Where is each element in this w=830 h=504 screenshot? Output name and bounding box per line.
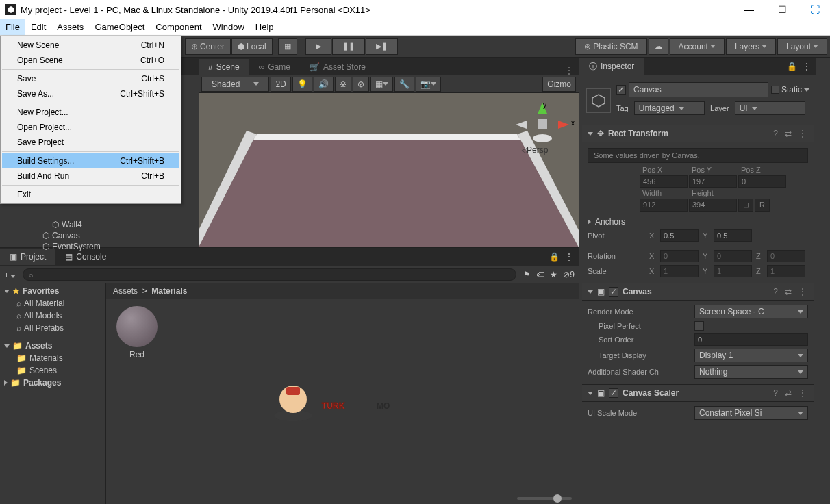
rot-z-input[interactable]: 0 — [767, 250, 805, 262]
pause-button[interactable]: ❚❚ — [332, 38, 365, 55]
component-canvas[interactable]: ▣ ✓ Canvas ? ⇄ ⋮ — [582, 284, 814, 301]
play-button[interactable]: ▶ — [305, 38, 331, 55]
render-mode-dropdown[interactable]: Screen Space - C — [694, 305, 808, 318]
cloud-button[interactable]: ☁ — [649, 38, 668, 55]
hierarchy-item[interactable]: ⬡EventSystem — [38, 241, 105, 252]
posx-input[interactable]: 456 — [640, 175, 688, 188]
step-button[interactable]: ▶❚ — [366, 38, 398, 55]
minimize-button[interactable]: — — [740, 3, 759, 16]
gameobject-icon[interactable] — [586, 88, 611, 113]
scale-y-input[interactable]: 1 — [714, 265, 752, 277]
handle-button[interactable]: ⬢Local — [231, 38, 273, 55]
grid-toggle[interactable]: ▦ — [370, 77, 393, 92]
breadcrumb-item[interactable]: Assets — [113, 286, 138, 296]
preset-icon[interactable]: ⇄ — [783, 287, 793, 297]
audio-toggle[interactable]: 🔊 — [314, 77, 334, 92]
scale-x-input[interactable]: 1 — [660, 265, 699, 277]
hierarchy-item[interactable]: ⬡Wall4 — [48, 219, 105, 230]
grid-button[interactable]: ▦ — [278, 38, 297, 55]
tree-fav-item[interactable]: ⌕All Material — [0, 297, 105, 310]
menu-file[interactable]: File — [0, 19, 25, 35]
tab-menu-icon[interactable]: ⋮ — [803, 62, 811, 71]
rot-y-input[interactable]: 0 — [714, 250, 752, 262]
layout-dropdown[interactable]: Layout — [777, 38, 827, 55]
menu-save[interactable]: SaveCtrl+S — [2, 71, 179, 86]
add-button[interactable]: + — [4, 268, 16, 281]
layers-dropdown[interactable]: Layers — [726, 38, 776, 55]
tab-scene[interactable]: #Scene — [199, 59, 249, 75]
menu-icon[interactable]: ⋮ — [797, 287, 808, 297]
rot-x-input[interactable]: 0 — [660, 250, 699, 262]
menu-gameobject[interactable]: GameObject — [89, 19, 150, 35]
tab-menu-icon[interactable]: ⋮ — [565, 252, 573, 262]
menu-assets[interactable]: Assets — [51, 19, 89, 35]
menu-edit[interactable]: Edit — [25, 19, 51, 35]
breadcrumb-item[interactable]: Materials — [151, 286, 187, 296]
gizmos-dropdown[interactable]: Gizmo — [542, 77, 576, 92]
anchors-label[interactable]: Anchors — [595, 217, 625, 227]
layer-dropdown[interactable]: UI — [735, 101, 805, 115]
project-search[interactable]: ⌕ — [23, 268, 516, 281]
menu-icon[interactable]: ⋮ — [797, 129, 808, 138]
hidden-toggle[interactable]: ⊘ — [353, 77, 369, 92]
asset-material[interactable]: Red — [113, 306, 161, 360]
hidden-items[interactable]: ⊘9 — [563, 270, 575, 279]
pivot-x-input[interactable]: 0.5 — [660, 229, 699, 242]
scene-gizmo[interactable]: y x ◁Persp — [512, 99, 573, 160]
active-checkbox[interactable]: ✓ — [616, 85, 626, 94]
preset-icon[interactable]: ⇄ — [783, 129, 793, 138]
filter-type-icon[interactable]: ⚑ — [523, 270, 531, 279]
favorite-icon[interactable]: ★ — [550, 270, 557, 279]
sort-order-input[interactable]: 0 — [694, 333, 808, 346]
posz-input[interactable]: 0 — [738, 175, 786, 188]
help-icon[interactable]: ? — [772, 388, 779, 398]
menu-save-project[interactable]: Save Project — [2, 135, 179, 150]
gameobject-name-input[interactable]: Canvas — [629, 82, 768, 97]
menu-open-scene[interactable]: Open SceneCtrl+O — [2, 53, 179, 68]
collab-button[interactable]: ⊚Plastic SCM — [575, 38, 646, 55]
preset-icon[interactable]: ⇄ — [783, 388, 793, 398]
canvas-enabled-checkbox[interactable]: ✓ — [609, 287, 618, 297]
additional-shader-dropdown[interactable]: Nothing — [694, 365, 808, 379]
menu-save-as[interactable]: Save As...Ctrl+Shift+S — [2, 86, 179, 101]
menu-window[interactable]: Window — [208, 19, 250, 35]
hierarchy-item[interactable]: ⬡Canvas — [38, 230, 105, 241]
lighting-toggle[interactable]: 💡 — [292, 77, 312, 92]
tab-game[interactable]: ∞Game — [249, 59, 300, 75]
help-icon[interactable]: ? — [772, 129, 779, 138]
help-icon[interactable]: ? — [772, 287, 779, 297]
scale-mode-dropdown[interactable]: Constant Pixel Si — [694, 406, 808, 420]
tab-asset-store[interactable]: 🛒Asset Store — [300, 59, 375, 75]
lock-icon[interactable]: 🔒 — [787, 62, 797, 71]
2d-toggle[interactable]: 2D — [271, 77, 290, 92]
tools-toggle[interactable]: 🔧 — [394, 77, 414, 92]
height-input[interactable]: 394 — [689, 199, 737, 212]
menu-open-project[interactable]: Open Project... — [2, 120, 179, 135]
help-button[interactable]: ⛶ — [805, 3, 825, 16]
tree-packages[interactable]: 📁Packages — [0, 377, 105, 389]
menu-icon[interactable]: ⋮ — [797, 388, 808, 398]
width-input[interactable]: 912 — [640, 199, 688, 212]
component-rect-transform[interactable]: ✥ Rect Transform ? ⇄ ⋮ — [582, 125, 814, 142]
tree-asset-item[interactable]: 📁Scenes — [0, 364, 105, 377]
asset-grid[interactable]: Red TURK MO — [106, 299, 579, 504]
tree-fav-item[interactable]: ⌕All Models — [0, 310, 105, 322]
pivot-button[interactable]: ⊕Center — [185, 38, 231, 55]
tag-dropdown[interactable]: Untagged — [634, 101, 705, 115]
pixel-perfect-checkbox[interactable] — [694, 321, 704, 331]
component-canvas-scaler[interactable]: ▣ ✓ Canvas Scaler ? ⇄ ⋮ — [582, 385, 814, 402]
gizmo-persp-label[interactable]: ◁Persp — [521, 145, 548, 155]
menu-new-scene[interactable]: New SceneCtrl+N — [2, 38, 179, 53]
account-dropdown[interactable]: Account — [670, 38, 725, 55]
menu-build-and-run[interactable]: Build And RunCtrl+B — [2, 168, 179, 184]
filter-label-icon[interactable]: 🏷 — [536, 270, 544, 279]
static-dropdown[interactable]: Static — [771, 85, 809, 94]
scale-z-input[interactable]: 1 — [767, 265, 805, 277]
tree-assets[interactable]: 📁Assets — [0, 340, 105, 352]
shading-dropdown[interactable]: Shaded — [201, 77, 269, 92]
tree-favorites[interactable]: ★Favorites — [0, 285, 105, 297]
pivot-y-input[interactable]: 0.5 — [714, 229, 752, 242]
menu-build-settings[interactable]: Build Settings...Ctrl+Shift+B — [2, 153, 179, 168]
menu-exit[interactable]: Exit — [2, 187, 179, 202]
fx-toggle[interactable]: ※ — [335, 77, 351, 92]
